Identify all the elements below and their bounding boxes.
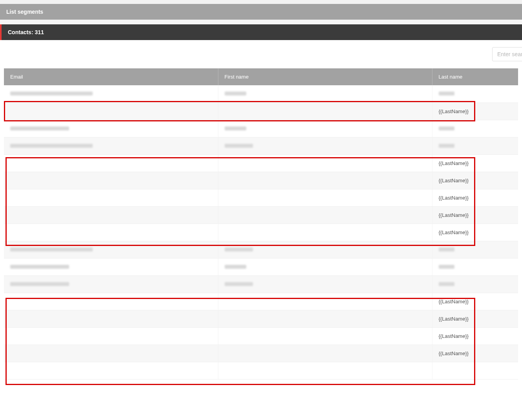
cell-first-name xyxy=(218,103,432,120)
cell-last-name: {{LastName}} xyxy=(432,293,518,310)
table-row[interactable]: {{LastName}} xyxy=(4,327,518,345)
cell-last-name xyxy=(432,241,518,258)
table-row[interactable] xyxy=(4,362,518,379)
redacted-text xyxy=(10,92,93,95)
redacted-text xyxy=(439,144,454,148)
cell-email xyxy=(4,362,218,379)
contacts-count-label: Contacts: 311 xyxy=(8,29,44,35)
cell-last-name: {{LastName}} xyxy=(432,103,518,120)
redacted-text xyxy=(225,265,246,269)
cell-email xyxy=(4,120,218,137)
cell-first-name xyxy=(218,275,432,293)
list-segments-bar[interactable]: List segments xyxy=(0,4,522,20)
cell-email xyxy=(4,241,218,258)
cell-first-name xyxy=(218,241,432,258)
cell-last-name: {{LastName}} xyxy=(432,327,518,345)
table-row[interactable]: {{LastName}} xyxy=(4,154,518,172)
cell-email xyxy=(4,224,218,241)
redacted-text xyxy=(439,127,454,130)
search-input[interactable] xyxy=(492,47,522,61)
cell-last-name xyxy=(432,275,518,293)
table-row[interactable]: {{LastName}} xyxy=(4,345,518,362)
cell-email xyxy=(4,275,218,293)
cell-first-name xyxy=(218,206,432,224)
cell-last-name xyxy=(432,120,518,137)
table-row[interactable]: {{LastName}} xyxy=(4,172,518,189)
cell-last-name: {{LastName}} xyxy=(432,224,518,241)
redacted-text xyxy=(225,248,253,251)
redacted-text xyxy=(439,282,454,286)
table-row[interactable]: {{LastName}} xyxy=(4,103,518,120)
table-row[interactable]: {{LastName}} xyxy=(4,310,518,327)
cell-last-name: {{LastName}} xyxy=(432,206,518,224)
redacted-text xyxy=(225,282,253,286)
cell-email xyxy=(4,293,218,310)
redacted-text xyxy=(225,127,246,130)
table-row[interactable] xyxy=(4,275,518,293)
cell-email xyxy=(4,85,218,103)
list-segments-title: List segments xyxy=(6,9,43,15)
redacted-text xyxy=(225,92,246,95)
table-row[interactable]: {{LastName}} xyxy=(4,206,518,224)
cell-first-name xyxy=(218,345,432,362)
redacted-text xyxy=(439,265,454,269)
redacted-text xyxy=(439,92,454,95)
redacted-text xyxy=(10,144,93,148)
cell-first-name xyxy=(218,137,432,154)
cell-last-name: {{LastName}} xyxy=(432,189,518,206)
cell-email xyxy=(4,327,218,345)
cell-first-name xyxy=(218,172,432,189)
cell-last-name xyxy=(432,258,518,275)
table-row[interactable] xyxy=(4,120,518,137)
cell-last-name: {{LastName}} xyxy=(432,172,518,189)
cell-first-name xyxy=(218,310,432,327)
table-row[interactable] xyxy=(4,85,518,103)
cell-email xyxy=(4,103,218,120)
col-header-last-name[interactable]: Last name xyxy=(432,68,518,85)
cell-email xyxy=(4,345,218,362)
cell-last-name xyxy=(432,85,518,103)
cell-first-name xyxy=(218,293,432,310)
cell-first-name xyxy=(218,120,432,137)
controls-row xyxy=(0,40,522,68)
cell-last-name: {{LastName}} xyxy=(432,310,518,327)
redacted-text xyxy=(10,265,69,269)
cell-email xyxy=(4,258,218,275)
table-row[interactable] xyxy=(4,258,518,275)
table-row[interactable] xyxy=(4,241,518,258)
table-row[interactable] xyxy=(4,137,518,154)
redacted-text xyxy=(10,248,93,251)
cell-last-name: {{LastName}} xyxy=(432,154,518,172)
cell-email xyxy=(4,189,218,206)
redacted-text xyxy=(10,127,69,130)
cell-first-name xyxy=(218,224,432,241)
cell-first-name xyxy=(218,327,432,345)
table-row[interactable]: {{LastName}} xyxy=(4,293,518,310)
cell-first-name xyxy=(218,189,432,206)
cell-email xyxy=(4,154,218,172)
redacted-text xyxy=(10,282,69,286)
cell-email xyxy=(4,137,218,154)
table-row[interactable]: {{LastName}} xyxy=(4,224,518,241)
cell-email xyxy=(4,172,218,189)
table-row[interactable]: {{LastName}} xyxy=(4,189,518,206)
table-header-row: Email First name Last name xyxy=(4,68,518,85)
cell-last-name xyxy=(432,362,518,379)
cell-last-name xyxy=(432,137,518,154)
cell-email xyxy=(4,310,218,327)
cell-first-name xyxy=(218,258,432,275)
cell-email xyxy=(4,206,218,224)
redacted-text xyxy=(225,144,253,148)
col-header-first-name[interactable]: First name xyxy=(218,68,432,85)
cell-first-name xyxy=(218,85,432,103)
cell-first-name xyxy=(218,362,432,379)
cell-last-name: {{LastName}} xyxy=(432,345,518,362)
cell-first-name xyxy=(218,154,432,172)
redacted-text xyxy=(439,248,454,251)
contacts-count-bar: Contacts: 311 xyxy=(0,24,522,40)
col-header-email[interactable]: Email xyxy=(4,68,218,85)
contacts-table: Email First name Last name {{LastName}}{… xyxy=(4,68,518,380)
